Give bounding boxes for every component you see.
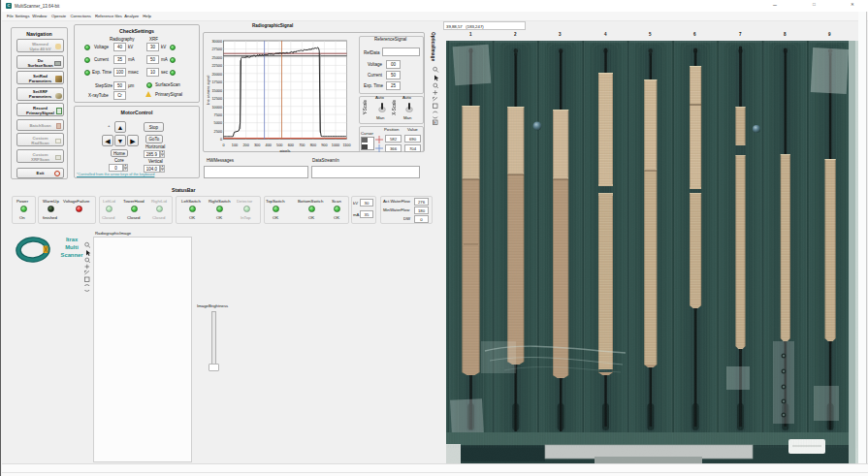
svg-text:12500: 12500: [211, 97, 222, 101]
svg-text:27500: 27500: [211, 48, 222, 51]
svg-text:2500: 2500: [214, 130, 222, 134]
svg-text:600: 600: [288, 143, 294, 147]
svg-text:1000: 1000: [332, 143, 339, 147]
svg-text:17500: 17500: [211, 80, 222, 84]
svg-text:400: 400: [266, 143, 272, 147]
svg-text:20000: 20000: [211, 73, 222, 77]
svg-text:pixels: pixels: [280, 148, 291, 153]
svg-text:7500: 7500: [214, 113, 222, 117]
svg-text:0: 0: [220, 138, 222, 142]
svg-text:0: 0: [222, 143, 224, 147]
svg-text:300: 300: [254, 143, 260, 147]
svg-text:100: 100: [232, 143, 238, 147]
svg-text:900: 900: [321, 143, 327, 147]
svg-text:1100: 1100: [342, 143, 350, 147]
svg-text:30000: 30000: [211, 40, 222, 44]
svg-text:200: 200: [242, 143, 248, 147]
svg-text:800: 800: [310, 143, 316, 147]
svg-text:10000: 10000: [211, 106, 222, 110]
svg-text:22500: 22500: [211, 64, 222, 68]
svg-text:700: 700: [299, 143, 305, 147]
svg-text:line camera signal: line camera signal: [207, 76, 210, 106]
svg-text:25000: 25000: [211, 56, 222, 60]
svg-text:500: 500: [276, 143, 282, 147]
svg-text:5000: 5000: [214, 121, 222, 125]
svg-text:15000: 15000: [211, 89, 222, 93]
